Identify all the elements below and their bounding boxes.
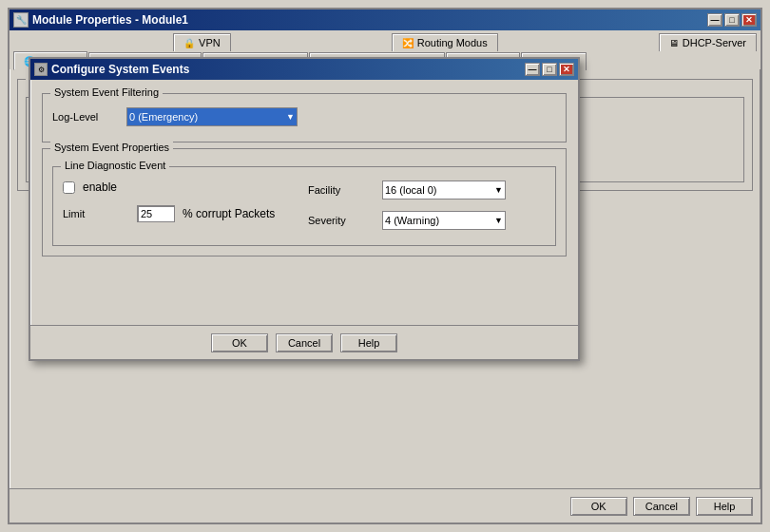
limit-label: Limit: [63, 208, 129, 219]
tab-row-1: 🔒 VPN 🔀 Routing Modus 🖥 DHCP-Server: [13, 32, 757, 50]
limit-row: Limit % corrupt Packets: [63, 205, 300, 222]
close-button[interactable]: ✕: [741, 13, 757, 27]
line-diagnostic-title: Line Diagnostic Event: [61, 160, 169, 171]
main-ok-button[interactable]: OK: [570, 497, 627, 516]
enable-label: enable: [83, 180, 117, 194]
dialog-minimize-button[interactable]: —: [525, 63, 540, 76]
dialog-title-bar: ⚙ Configure System Events — □ ✕: [30, 59, 578, 80]
dialog-content: System Event Filtering Log-Level 0 (Emer…: [30, 80, 578, 270]
limit-suffix: % corrupt Packets: [183, 207, 275, 220]
enable-checkbox[interactable]: [63, 181, 75, 194]
dropdown-arrow-icon: ▼: [286, 112, 295, 122]
configure-dialog: ⚙ Configure System Events — □ ✕ System E…: [29, 57, 580, 361]
main-bottom-bar: OK Cancel Help: [10, 488, 760, 522]
main-help-button[interactable]: Help: [696, 497, 753, 516]
properties-group: System Event Properties Line Diagnostic …: [42, 148, 567, 256]
facility-label: Facility: [308, 184, 375, 196]
title-bar-buttons: — □ ✕: [707, 13, 757, 27]
log-level-row: Log-Level 0 (Emergency) ▼: [52, 107, 556, 126]
vpn-icon: 🔒: [183, 38, 195, 48]
left-column: enable Limit % corrupt Packets: [63, 180, 300, 236]
maximize-button[interactable]: □: [724, 13, 740, 27]
dialog-bottom-bar: OK Cancel Help: [30, 325, 578, 359]
severity-dropdown[interactable]: 4 (Warning) ▼: [382, 211, 506, 230]
facility-row: Facility 16 (local 0) ▼: [308, 180, 546, 200]
dialog-close-button[interactable]: ✕: [559, 63, 574, 76]
dialog-ok-button[interactable]: OK: [211, 333, 268, 352]
dialog-help-button[interactable]: Help: [340, 333, 397, 352]
routing-icon: 🔀: [402, 38, 414, 48]
log-level-dropdown[interactable]: 0 (Emergency) ▼: [126, 107, 298, 126]
filtering-group-title: System Event Filtering: [50, 86, 163, 98]
right-column: Facility 16 (local 0) ▼ Severity 4 (Warn…: [308, 180, 546, 236]
line-diagnostic-group: Line Diagnostic Event enable Limit % cor…: [52, 166, 556, 246]
tab-dhcp[interactable]: 🖥 DHCP-Server: [659, 33, 757, 51]
dialog-cancel-button[interactable]: Cancel: [276, 333, 333, 352]
window-icon: 🔧: [13, 12, 29, 28]
enable-row: enable: [63, 180, 300, 194]
facility-dropdown[interactable]: 16 (local 0) ▼: [382, 180, 506, 200]
facility-arrow-icon: ▼: [494, 185, 503, 195]
tab-routing[interactable]: 🔀 Routing Modus: [392, 33, 498, 51]
dialog-icon: ⚙: [34, 63, 48, 76]
title-bar: 🔧 Module Properties - Module1 — □ ✕: [10, 10, 760, 30]
dialog-title: Configure System Events: [51, 63, 521, 76]
dialog-maximize-button[interactable]: □: [542, 63, 557, 76]
window-title: Module Properties - Module1: [32, 13, 703, 27]
limit-input[interactable]: [137, 205, 175, 222]
dialog-title-buttons: — □ ✕: [525, 63, 574, 76]
severity-arrow-icon: ▼: [494, 216, 503, 225]
severity-row: Severity 4 (Warning) ▼: [308, 211, 546, 230]
dhcp-icon: 🖥: [669, 38, 679, 48]
main-cancel-button[interactable]: Cancel: [633, 497, 690, 516]
tab-vpn[interactable]: 🔒 VPN: [173, 33, 231, 51]
severity-label: Severity: [308, 215, 375, 226]
log-level-label: Log-Level: [52, 111, 119, 123]
minimize-button[interactable]: —: [707, 13, 722, 27]
filtering-group: System Event Filtering Log-Level 0 (Emer…: [42, 93, 567, 142]
properties-group-title: System Event Properties: [50, 142, 173, 153]
diagnostic-two-col: enable Limit % corrupt Packets Facility: [63, 180, 546, 236]
